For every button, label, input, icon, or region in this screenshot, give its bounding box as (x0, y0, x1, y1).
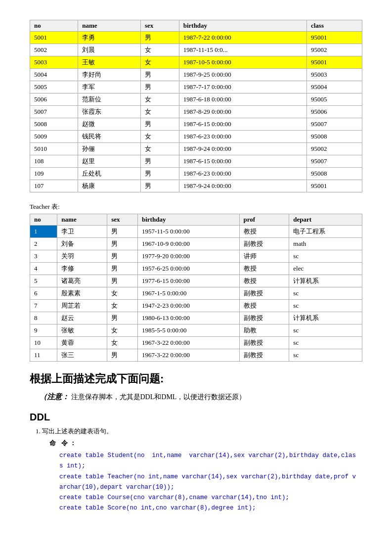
cell-name: 丘处机 (78, 168, 141, 180)
cell-no: 10 (30, 337, 57, 349)
cell-no: 3 (30, 250, 57, 263)
cell-birthday: 1957-6-25 0:00:00 (137, 263, 239, 275)
cell-class: 95001 (306, 56, 362, 69)
table-row: 5004李好尚男1987-9-25 0:00:0095003 (30, 69, 362, 81)
cell-class: 95004 (306, 81, 362, 93)
tcol-birthday: birthday (137, 214, 239, 226)
cell-class: 95002 (306, 44, 362, 56)
table-row: 5005李军男1987-7-17 0:00:0095004 (30, 81, 362, 93)
cell-birthday: 1967-3-22 0:00:00 (137, 337, 239, 349)
col-sex: sex (141, 20, 179, 32)
cell-name: 刘晨 (78, 44, 141, 56)
cell-name: 殷素素 (57, 287, 107, 300)
cell-no: 2 (30, 238, 57, 250)
cell-depart: 电子工程系 (289, 226, 362, 238)
cell-class: 95007 (306, 155, 362, 168)
cell-no: 8 (30, 312, 57, 324)
col-class: class (306, 20, 362, 32)
tcol-sex: sex (107, 214, 138, 226)
cell-name: 关羽 (57, 250, 107, 263)
cell-birthday: 1987-9-24 0:00:00 (179, 180, 306, 192)
cell-sex: 男 (107, 312, 138, 324)
table-row: 5006范新位女1987-6-18 0:00:0095005 (30, 93, 362, 106)
cell-birthday: 1947-2-23 0:00:00 (137, 300, 239, 312)
teacher-table: no name sex birthday prof depart 1李卫男195… (30, 214, 362, 362)
student-table: no name sex birthday class 5001李勇男1987-7… (30, 20, 362, 192)
cell-sex: 女 (141, 131, 179, 143)
cell-depart: 计算机系 (289, 312, 362, 324)
cell-prof: 副教授 (239, 349, 289, 362)
cell-prof: 教授 (239, 300, 289, 312)
cell-sex: 男 (141, 155, 179, 168)
cell-depart: sc (289, 324, 362, 337)
tcol-prof: prof (239, 214, 289, 226)
cell-sex: 男 (141, 118, 179, 131)
table-row: 7周芷若女1947-2-23 0:00:00教授sc (30, 300, 362, 312)
cell-sex: 男 (141, 168, 179, 180)
table-row: 5001李勇男1987-7-22 0:00:0095001 (30, 32, 362, 44)
cell-prof: 副教授 (239, 287, 289, 300)
ddl-list: 写出上述表的建表语句。 (30, 427, 362, 436)
cell-name: 张三 (57, 349, 107, 362)
cell-birthday: 1985-5-5 0:00:00 (137, 324, 239, 337)
cell-name: 钱民将 (78, 131, 141, 143)
cell-birthday: 1967-3-22 0:00:00 (137, 349, 239, 362)
table-row: 5010孙俪女1987-9-24 0:00:0095002 (30, 143, 362, 155)
table-row: 10黄蓉女1967-3-22 0:00:00副教授sc (30, 337, 362, 349)
main-instruction: 根据上面描述完成下面问题: (30, 371, 362, 386)
table-row: 8赵云男1980-6-13 0:00:00副教授计算机系 (30, 312, 362, 324)
cell-prof: 副教授 (239, 337, 289, 349)
cell-depart: math (289, 238, 362, 250)
cell-sex: 女 (141, 44, 179, 56)
cell-sex: 男 (107, 250, 138, 263)
cell-class: 95001 (306, 180, 362, 192)
cell-no: 5005 (30, 81, 78, 93)
cell-no: 1 (30, 226, 57, 238)
cell-depart: sc (289, 287, 362, 300)
cell-birthday: 1967-10-9 0:00:00 (137, 238, 239, 250)
cell-birthday: 1980-6-13 0:00:00 (137, 312, 239, 324)
cell-no: 109 (30, 168, 78, 180)
tcol-depart: depart (289, 214, 362, 226)
table-row: 108赵里男1987-6-15 0:00:0095007 (30, 155, 362, 168)
code-block: create table Student(no int,name varchar… (30, 449, 362, 516)
table-row: 2刘备男1967-10-9 0:00:00副教授math (30, 238, 362, 250)
ddl-title: DDL (30, 412, 362, 423)
cell-depart: sc (289, 250, 362, 263)
cell-birthday: 1987-9-24 0:00:00 (179, 143, 306, 155)
cell-name: 李卫 (57, 226, 107, 238)
teacher-section: no name sex birthday prof depart 1李卫男195… (30, 214, 362, 362)
cell-no: 9 (30, 324, 57, 337)
cell-sex: 女 (141, 56, 179, 69)
cell-sex: 男 (141, 81, 179, 93)
cell-depart: sc (289, 337, 362, 349)
cell-sex: 男 (141, 32, 179, 44)
cell-birthday: 1987-6-23 0:00:00 (179, 131, 306, 143)
cell-birthday: 1957-11-5 0:00:00 (137, 226, 239, 238)
cell-name: 杨康 (78, 180, 141, 192)
cell-name: 黄蓉 (57, 337, 107, 349)
cmd-label: 命 令： (30, 439, 362, 448)
cell-depart: 计算机系 (289, 275, 362, 287)
cell-sex: 女 (141, 93, 179, 106)
cell-no: 5002 (30, 44, 78, 56)
instruction-section: 根据上面描述完成下面问题: （注意： 注意保存脚本，尤其是DDL和DML，以便进… (30, 371, 362, 402)
cell-birthday: 1987-6-18 0:00:00 (179, 93, 306, 106)
cell-no: 5007 (30, 106, 78, 118)
cell-prof: 副教授 (239, 312, 289, 324)
table-row: 107杨康男1987-9-24 0:00:0095001 (30, 180, 362, 192)
cell-no: 5004 (30, 69, 78, 81)
cell-prof: 教授 (239, 275, 289, 287)
note-bold-text: （注意： (40, 393, 69, 401)
cell-depart: elec (289, 263, 362, 275)
cell-prof: 讲师 (239, 250, 289, 263)
ddl-list-item-1: 写出上述表的建表语句。 (42, 427, 362, 436)
cell-name: 诸葛亮 (57, 275, 107, 287)
cell-depart: sc (289, 349, 362, 362)
table-row: 5003王敏女1987-10-5 0:00:0095001 (30, 56, 362, 69)
cell-no: 5006 (30, 93, 78, 106)
cell-depart: sc (289, 300, 362, 312)
cell-name: 李勇 (78, 32, 141, 44)
table-row: 1李卫男1957-11-5 0:00:00教授电子工程系 (30, 226, 362, 238)
cell-birthday: 1987-6-23 0:00:00 (179, 168, 306, 180)
